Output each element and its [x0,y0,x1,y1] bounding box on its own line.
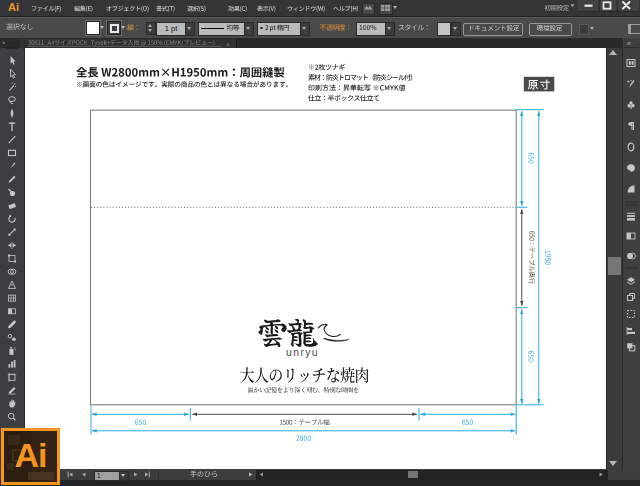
svg-text:unryu: unryu [286,346,319,358]
